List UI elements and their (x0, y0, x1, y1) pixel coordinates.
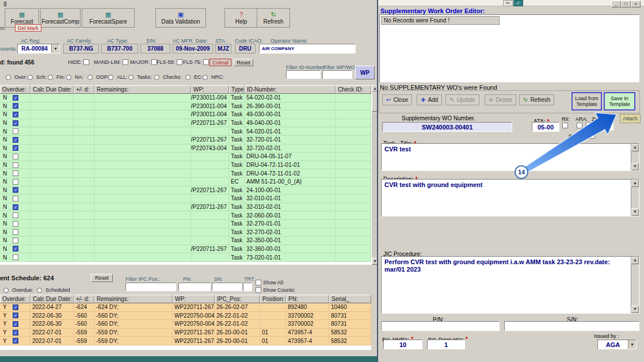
table-row[interactable]: NTask32-010-01-01 (0, 195, 371, 203)
overdue-checkbox[interactable]: ✓ (13, 137, 18, 143)
overdue-checkbox[interactable]: ✓ (13, 246, 18, 252)
overdue-checkbox[interactable] (13, 238, 18, 243)
overdue-checkbox[interactable]: ✓ (13, 145, 18, 151)
overdue-checkbox[interactable]: ✓ (13, 304, 18, 310)
table-row[interactable]: NTaskDRU-04-72-11-01-01 (0, 161, 371, 170)
textarea-scrollbar[interactable]: ▲ ▼ (631, 180, 639, 216)
table-row[interactable]: N✓WP230011-004Task54-020-02-01 (0, 94, 371, 102)
colmal-button[interactable]: Colmal (209, 59, 231, 66)
table-row[interactable]: NTask32-060-00-01 (0, 211, 371, 220)
show-all-checkbox[interactable] (256, 280, 261, 285)
add-button[interactable]: ✚ Add (417, 94, 442, 105)
col-header-pn[interactable]: PN: (286, 295, 329, 303)
col-header-ipc-pos[interactable]: IPC_Pos: (215, 295, 260, 303)
overdue-checkbox[interactable]: ✓ (13, 187, 18, 193)
close-button[interactable]: ↩ Close (382, 94, 412, 105)
col-header-position[interactable]: Position: (260, 295, 286, 303)
est-mhr-field[interactable]: 10 (383, 340, 422, 349)
overdue-checkbox[interactable]: ✓ (13, 103, 18, 109)
table-row[interactable]: NTask32-270-01-01 (0, 220, 371, 228)
na-radio[interactable] (66, 75, 71, 80)
table-row[interactable]: N✓WP220711-267Task49-040-00-01 (0, 119, 371, 128)
overdue-checkbox[interactable]: ✓ (13, 338, 18, 344)
close-window-button[interactable]: × (631, 1, 641, 7)
table-row[interactable]: NTaskDRU-04-05-11-07 (0, 153, 371, 161)
data-validation-button[interactable]: ▣ Data Validation (155, 8, 206, 28)
table-row[interactable]: N✓WP230011-004Task49-030-00-01 (0, 110, 371, 119)
sn-filter-input[interactable] (212, 283, 242, 291)
overdue-checkbox[interactable] (13, 221, 18, 227)
table-row[interactable]: Y✓2022-04-27-624-624 DY;WP220711-26726-2… (0, 303, 371, 312)
overdue-checkbox[interactable] (13, 154, 18, 159)
est-down-hrs-field[interactable]: 1 (427, 340, 465, 349)
wo-number-field[interactable]: SW240003-00401 (382, 122, 512, 132)
attach-button[interactable]: Attach (620, 114, 641, 123)
trt-filter-input[interactable] (243, 283, 252, 291)
table-row[interactable]: NTask32-270-02-01 (0, 228, 371, 237)
table-row[interactable]: Y✓2022-07-01-559-559 DY;WP220711-26726-2… (0, 337, 371, 345)
scroll-up-icon[interactable]: ▲ (631, 180, 639, 187)
ara-checkbox[interactable] (577, 123, 582, 128)
etops-checkbox[interactable] (589, 133, 595, 139)
forecast-spare-button[interactable]: ▦ ForecastSpare (82, 8, 135, 28)
scheduled-radio[interactable] (37, 288, 42, 293)
overdue-checkbox[interactable] (13, 196, 18, 201)
col-header-days[interactable]: +/- d: (74, 85, 94, 94)
zone-input[interactable] (586, 122, 613, 131)
table-row[interactable]: N✓WP220743-004Task32-720-02-01 (0, 144, 371, 153)
paste-icon[interactable]: ✓ (513, 0, 523, 6)
col-header-serial[interactable]: Serial_ (329, 295, 371, 303)
overdue-checkbox[interactable] (13, 229, 18, 235)
col-header-remainings[interactable]: Remainings: (94, 295, 173, 303)
sn-input[interactable] (504, 321, 639, 331)
table-row[interactable]: N✓WP220711-267Task24-100-00-01 (0, 186, 371, 195)
overdue-checkbox[interactable] (13, 179, 18, 185)
col-header-id-number[interactable]: ID-Number: (245, 85, 336, 94)
scroll-down-icon[interactable]: ▼ (631, 163, 639, 170)
help-button[interactable]: ? Help (224, 8, 258, 28)
table-row[interactable]: NTask32-350-00-01 (0, 237, 371, 245)
col-header-overdue[interactable]: Overdue: (0, 295, 31, 303)
fin-radio[interactable] (48, 75, 53, 80)
overdue-checkbox[interactable] (13, 128, 18, 134)
overdue-checkbox[interactable]: ✓ (13, 330, 18, 336)
hide-checkbox[interactable] (83, 59, 89, 65)
chevron-down-icon[interactable]: ▼ (51, 44, 59, 53)
table-row[interactable]: N✓WP230011-004Task26-390-00-01 (0, 102, 371, 111)
all-radio[interactable] (108, 75, 113, 80)
overdue-checkbox[interactable] (13, 170, 18, 176)
scroll-up-icon[interactable]: ▲ (631, 257, 639, 264)
overdue-checkbox[interactable] (13, 212, 18, 218)
schedule-reset-button[interactable]: Reset (91, 274, 113, 282)
del-mark-button[interactable]: Del Mark (15, 24, 41, 32)
overdue-checkbox[interactable]: ✓ (13, 321, 18, 327)
filter-ipc-pos-input[interactable] (125, 283, 176, 291)
over-radio[interactable] (6, 75, 11, 80)
records-list[interactable]: No Records were Found ! (379, 14, 639, 82)
overdue-checkbox[interactable]: ✓ (13, 95, 18, 101)
pn-input[interactable] (381, 321, 500, 331)
save-in-template-button[interactable]: Save In Template (604, 92, 635, 110)
overdue-radio[interactable] (3, 288, 9, 293)
table-row[interactable]: NECAMM 51-21-00_0_(A) (0, 178, 371, 186)
reset-button[interactable]: Reset (234, 59, 253, 66)
col-header-remainings[interactable]: Remainings: (94, 85, 191, 94)
table-row[interactable]: Y✓2022-07-01-559-559 DY;WP220711-26726-2… (0, 329, 371, 337)
table-row[interactable]: Y✓2022-06-30-560-560 DY;WP220750-00426-2… (0, 312, 371, 321)
minimize-button[interactable]: _ (611, 1, 621, 7)
load-from-template-button[interactable]: Load from Template (571, 92, 602, 110)
ac-reg-combobox[interactable]: RA-00084 ▼ (17, 44, 60, 54)
task-title-textarea[interactable]: CVR test ▲ ▼ (381, 143, 639, 171)
tasks-radio[interactable] (128, 75, 134, 80)
col-header-wp[interactable]: WP: (191, 85, 229, 94)
table-row[interactable]: N✓WP220711-267Task32-720-01-01 (0, 136, 371, 144)
textarea-scrollbar[interactable]: ▲ ▼ (631, 144, 639, 170)
scroll-up-icon[interactable]: ▲ (631, 144, 639, 151)
nrc-radio[interactable] (203, 75, 208, 80)
filter-id-number-input[interactable] (286, 70, 321, 79)
textarea-scrollbar[interactable]: ▲ ▼ (631, 257, 639, 313)
issued-by-combobox[interactable]: AGA ▼ (597, 340, 637, 349)
checks-radio[interactable] (154, 75, 159, 80)
col-header-calc-due-date[interactable]: Calc Due Date: (31, 85, 74, 94)
col-header-overdue[interactable]: Overdue: (0, 85, 31, 94)
